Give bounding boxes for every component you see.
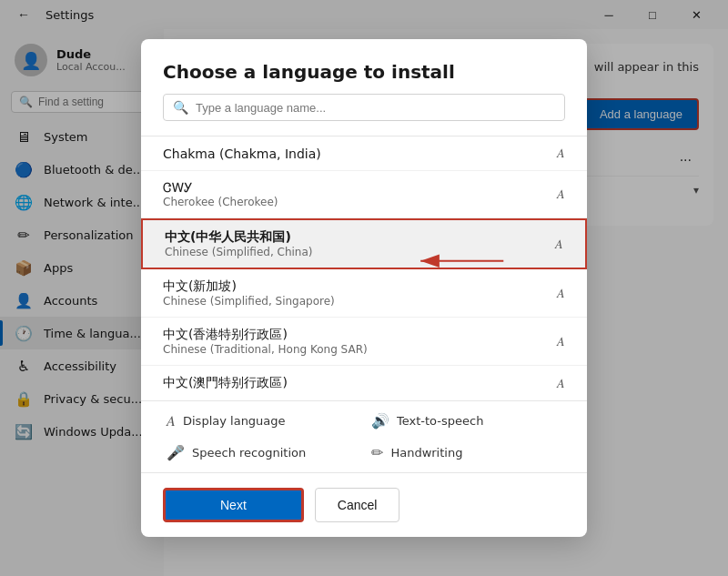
lang-font-icon: 𝐴	[555, 237, 563, 252]
lang-info: 中文(澳門特别行政區)	[163, 375, 557, 391]
language-item-chakma[interactable]: Chakma (Chakma, India) 𝐴	[141, 136, 587, 171]
lang-font-icon: 𝐴	[557, 376, 565, 391]
feature-label: Display language	[183, 414, 286, 428]
language-item-chinese-simplified-china[interactable]: 中文(中华人民共和国) Chinese (Simplified, China) …	[141, 218, 587, 269]
display-language-icon: 𝐴	[167, 412, 176, 429]
modal-overlay: Choose a language to install 🔍 Chakma (C…	[0, 0, 728, 576]
language-item-chinese-traditional-hk[interactable]: 中文(香港特别行政區) Chinese (Traditional, Hong K…	[141, 318, 587, 366]
language-item-chinese-traditional-tw[interactable]: 中文(澳門特别行政區) 𝐴	[141, 366, 587, 400]
lang-native: 中文(新加坡)	[163, 278, 557, 295]
feature-speech-recognition: 🎤 Speech recognition	[163, 440, 360, 465]
modal-title: Choose a language to install	[163, 61, 565, 83]
feature-label: Speech recognition	[192, 446, 306, 460]
lang-info: ᏣᎳᎩ Cherokee (Cherokee)	[163, 180, 557, 208]
lang-info: 中文(新加坡) Chinese (Simplified, Singapore)	[163, 278, 557, 308]
feature-label: Handwriting	[390, 446, 462, 460]
modal-footer: Next Cancel	[141, 472, 587, 537]
feature-label: Text-to-speech	[397, 414, 483, 428]
tts-icon: 🔊	[371, 412, 389, 429]
lang-name: Chakma (Chakma, India)	[163, 147, 557, 161]
lang-info: 中文(香港特别行政區) Chinese (Traditional, Hong K…	[163, 327, 557, 356]
lang-sub: Chinese (Simplified, China)	[165, 246, 555, 258]
lang-native: 中文(中华人民共和国)	[165, 229, 555, 246]
lang-sub: Chinese (Simplified, Singapore)	[163, 295, 557, 308]
feature-handwriting: ✏️ Handwriting	[368, 440, 565, 465]
lang-font-icon: 𝐴	[557, 334, 565, 349]
lang-info: 中文(中华人民共和国) Chinese (Simplified, China)	[165, 229, 555, 258]
modal-search-box[interactable]: 🔍	[163, 94, 565, 121]
speech-icon: 🎤	[167, 444, 185, 461]
modal-header: Choose a language to install 🔍	[141, 39, 587, 136]
settings-window: ← Settings ─ □ ✕ 👤 Dude Local Accou... 🔍	[0, 0, 728, 576]
lang-native: 中文(香港特别行政區)	[163, 327, 557, 343]
lang-native: 中文(澳門特别行政區)	[163, 375, 557, 391]
modal-search-input[interactable]	[196, 101, 555, 115]
cancel-button[interactable]: Cancel	[315, 488, 400, 522]
lang-sub: Cherokee (Cherokee)	[163, 196, 557, 208]
feature-text-to-speech: 🔊 Text-to-speech	[368, 409, 565, 433]
features-row: 𝐴 Display language 🔊 Text-to-speech 🎤 Sp…	[141, 400, 587, 472]
next-button[interactable]: Next	[163, 488, 304, 522]
lang-native: ᏣᎳᎩ	[163, 180, 557, 196]
language-install-dialog: Choose a language to install 🔍 Chakma (C…	[141, 39, 587, 537]
lang-font-icon: 𝐴	[557, 286, 565, 301]
language-item-cherokee[interactable]: ᏣᎳᎩ Cherokee (Cherokee) 𝐴	[141, 171, 587, 218]
handwriting-icon: ✏️	[371, 444, 383, 461]
feature-display-language: 𝐴 Display language	[163, 409, 360, 433]
modal-search-icon: 🔍	[173, 100, 188, 115]
language-list: Chakma (Chakma, India) 𝐴 ᏣᎳᎩ Cherokee (C…	[141, 136, 587, 400]
lang-sub: Chinese (Traditional, Hong Kong SAR)	[163, 343, 557, 356]
lang-font-icon: 𝐴	[557, 146, 565, 161]
lang-info: Chakma (Chakma, India)	[163, 147, 557, 161]
lang-font-icon: 𝐴	[557, 187, 565, 202]
language-item-chinese-simplified-singapore[interactable]: 中文(新加坡) Chinese (Simplified, Singapore) …	[141, 269, 587, 318]
